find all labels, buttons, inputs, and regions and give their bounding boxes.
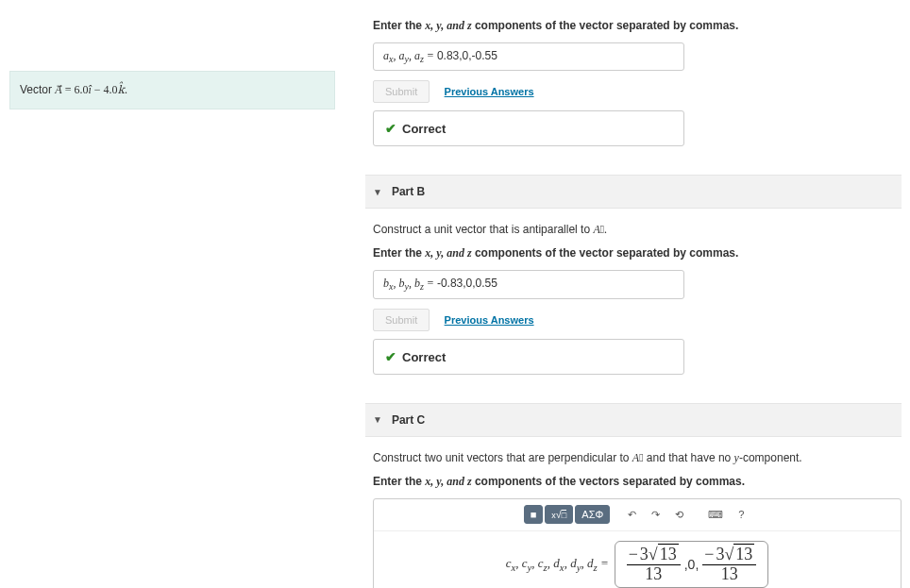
parta-lhs: ax, ay, az = bbox=[383, 49, 437, 62]
partb-previous-answers-link[interactable]: Previous Answers bbox=[445, 314, 534, 326]
partc-header[interactable]: ▼ Part C bbox=[365, 403, 902, 437]
partb-header[interactable]: ▼ Part B bbox=[365, 175, 902, 209]
parta-instruction: Enter the x, y, and z components of the … bbox=[373, 19, 902, 33]
caret-down-icon: ▼ bbox=[373, 187, 382, 197]
caret-down-icon: ▼ bbox=[373, 414, 382, 425]
math-toolbar: ■ x√□ ΑΣΦ ↶ ↷ ⟲ ⌨ ? bbox=[374, 499, 901, 531]
toolbar-keyboard-button[interactable]: ⌨ bbox=[701, 505, 730, 525]
problem-prefix: Vector bbox=[20, 83, 55, 96]
partc-answer-frame: ■ x√□ ΑΣΦ ↶ ↷ ⟲ ⌨ ? cx, cy, cz, dx, dy, … bbox=[373, 498, 902, 588]
partc-mid: ,0, bbox=[684, 557, 699, 572]
partb-answer-box: bx, by, bz = -0.83,0,0.55 bbox=[373, 270, 684, 298]
parta-feedback: ✔Correct bbox=[373, 110, 684, 146]
partb-instruction: Enter the x, y, and z components of the … bbox=[373, 246, 902, 260]
toolbar-sqrt-button[interactable]: x√□ bbox=[545, 505, 573, 524]
partc-instruction: Enter the x, y, and z components of the … bbox=[373, 475, 902, 489]
toolbar-redo-button[interactable]: ↷ bbox=[645, 505, 666, 525]
partc-prompt: Construct two unit vectors that are perp… bbox=[373, 451, 902, 465]
partb-prompt: Construct a unit vector that is antipara… bbox=[373, 223, 902, 237]
partb-title: Part B bbox=[392, 185, 425, 198]
partc-frac2: −3√13 13 bbox=[702, 546, 756, 584]
partb-submit-button[interactable]: Submit bbox=[373, 309, 430, 331]
check-icon: ✔ bbox=[385, 121, 396, 136]
problem-vector: A⃗ = 6.0î − 4.0k̂. bbox=[55, 83, 127, 96]
partb-lhs: bx, by, bz = bbox=[383, 277, 437, 290]
parta-previous-answers-link[interactable]: Previous Answers bbox=[445, 86, 534, 97]
parta-submit-button[interactable]: Submit bbox=[373, 80, 430, 103]
partc-lhs: cx, cy, cz, dx, dy, dz = bbox=[506, 556, 609, 573]
parta-value: 0.83,0,-0.55 bbox=[437, 49, 497, 62]
partc-answer-input[interactable]: −3√13 13 ,0, −3√13 13 bbox=[615, 541, 769, 588]
toolbar-help-button[interactable]: ? bbox=[732, 505, 750, 524]
check-icon: ✔ bbox=[385, 349, 396, 364]
toolbar-template-button[interactable]: ■ bbox=[524, 505, 544, 524]
partc-title: Part C bbox=[392, 413, 425, 427]
toolbar-undo-button[interactable]: ↶ bbox=[621, 505, 643, 525]
toolbar-reset-button[interactable]: ⟲ bbox=[668, 505, 690, 525]
partc-frac1: −3√13 13 bbox=[627, 546, 681, 584]
parta-answer-box: ax, ay, az = 0.83,0,-0.55 bbox=[373, 42, 684, 71]
problem-statement: Vector A⃗ = 6.0î − 4.0k̂. bbox=[9, 71, 335, 109]
partb-value: -0.83,0,0.55 bbox=[437, 277, 497, 290]
partb-feedback: ✔Correct bbox=[373, 339, 684, 375]
toolbar-greek-button[interactable]: ΑΣΦ bbox=[575, 505, 610, 524]
